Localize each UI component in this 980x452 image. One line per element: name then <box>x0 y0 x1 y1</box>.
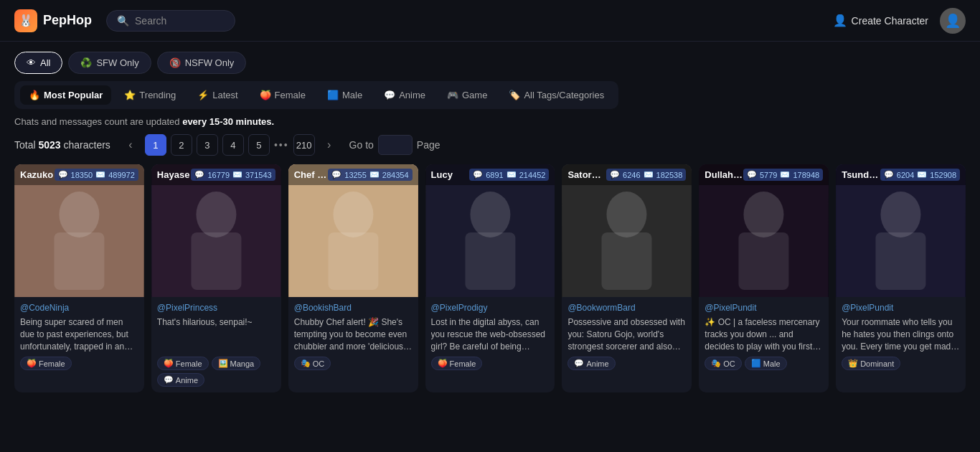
char-name: Dullahan <box>705 169 743 180</box>
cat-game[interactable]: 🎮 Game <box>438 85 496 105</box>
filter-all[interactable]: 👁 All <box>14 52 62 74</box>
page-last-button[interactable]: 210 <box>293 134 315 156</box>
next-page-button[interactable]: › <box>319 135 339 155</box>
go-to-input[interactable] <box>378 135 413 155</box>
eye-icon: 👁 <box>27 57 36 68</box>
message-icon: ✉️ <box>644 170 654 179</box>
cat-popular[interactable]: 🔥 Most Popular <box>20 85 111 105</box>
character-card-5[interactable]: Dullahan 💬 5779 ✉️ 178948 @PixelPundit ✨… <box>699 164 829 392</box>
cat-female-label: Female <box>275 90 306 100</box>
search-bar[interactable]: 🔍 Search <box>106 10 235 32</box>
svg-rect-5 <box>191 232 241 290</box>
creator-name[interactable]: @BookishBard <box>294 303 413 313</box>
message-icon: ✉️ <box>95 170 105 179</box>
message-icon: ✉️ <box>232 170 242 179</box>
stats-badge: 💬 5779 ✉️ 178948 <box>743 169 823 181</box>
card-body: @CodeNinja Being super scared of men due… <box>14 297 144 376</box>
cat-latest[interactable]: ⚡ Latest <box>189 85 246 105</box>
chat-count: 13255 <box>344 171 367 179</box>
cat-anime[interactable]: 💬 Anime <box>375 85 434 105</box>
tag-badge: 🍑 Female <box>20 357 72 370</box>
cat-male[interactable]: 🟦 Male <box>319 85 371 105</box>
cat-trending[interactable]: ⭐ Trending <box>116 85 184 105</box>
svg-point-10 <box>470 192 510 237</box>
cat-trending-label: Trending <box>139 90 176 100</box>
page-1-button[interactable]: 1 <box>145 134 166 156</box>
card-header: Dullahan 💬 5779 ✉️ 178948 <box>699 164 829 185</box>
filter-all-label: All <box>40 57 50 68</box>
content-filter-row: 👁 All ♻️ SFW Only 🔞 NSFW Only <box>14 52 966 74</box>
avatar[interactable]: 👤 <box>940 8 966 34</box>
chat-count: 5779 <box>760 171 777 179</box>
character-card-6[interactable]: Tsundere 💬 6204 ✉️ 152908 @PixelPundit Y… <box>836 164 966 392</box>
stats-badge: 💬 6891 ✉️ 214452 <box>469 169 549 181</box>
chat-icon: 💬 <box>473 170 483 179</box>
creator-name[interactable]: @CodeNinja <box>20 303 138 313</box>
char-desc: Your roommate who tells you he hates you… <box>842 316 960 352</box>
tag-label: Male <box>763 359 781 368</box>
tag-badge: 🍑 Female <box>431 357 483 370</box>
page-3-button[interactable]: 3 <box>197 134 218 156</box>
character-card-0[interactable]: Kazuko 💬 18350 ✉️ 489972 @CodeNinja Bein… <box>14 164 144 392</box>
filter-sfw-label: SFW Only <box>96 57 138 68</box>
search-label: Search <box>135 15 166 27</box>
tags-row: 🍑 Female <box>431 357 550 370</box>
char-desc: Being super scared of men due to past ex… <box>20 316 138 352</box>
info-bar: Chats and messages count are updated eve… <box>0 109 980 131</box>
create-character-button[interactable]: 👤 Create Character <box>833 14 928 27</box>
male-icon: 🟦 <box>327 90 339 100</box>
tag-badge: 💬 Anime <box>157 373 204 387</box>
chat-count: 6891 <box>486 171 503 179</box>
tag-badge: 👑 Dominant <box>842 357 900 370</box>
char-desc: Possessive and obsessed with you: Satoru… <box>567 316 686 352</box>
tag-icon: 💬 <box>574 359 584 368</box>
card-body: @PixelPundit ✨ OC | a faceless mercenary… <box>699 297 829 376</box>
tags-row: 🍑 Female <box>20 357 138 370</box>
creator-name[interactable]: @PixelPundit <box>842 303 960 313</box>
card-header: Satoru Go 💬 6246 ✉️ 182538 <box>562 164 692 185</box>
tag-label: Dominant <box>860 359 894 368</box>
filter-nsfw-label: NSFW Only <box>185 57 235 68</box>
stats-badge: 💬 6204 ✉️ 152908 <box>880 169 960 181</box>
prev-page-button[interactable]: ‹ <box>121 135 141 155</box>
svg-point-1 <box>59 192 99 237</box>
go-to-section: Go to Page <box>349 135 440 155</box>
card-header: Chef Lau 💬 13255 ✉️ 284354 <box>288 164 418 185</box>
page-5-button[interactable]: 5 <box>248 134 270 156</box>
character-card-3[interactable]: Lucy 💬 6891 ✉️ 214452 @PixelProdigy Lost… <box>425 164 555 392</box>
tag-icon: 🍑 <box>27 359 37 368</box>
tag-label: Female <box>176 359 202 368</box>
chat-icon: 💬 <box>610 170 620 179</box>
filter-nsfw[interactable]: 🔞 NSFW Only <box>157 52 247 74</box>
character-card-2[interactable]: Chef Lau 💬 13255 ✉️ 284354 @BookishBard … <box>288 164 418 392</box>
message-count: 152908 <box>930 171 956 179</box>
svg-rect-11 <box>465 232 515 290</box>
char-name: Satoru Go <box>567 169 606 180</box>
character-card-1[interactable]: Hayase 💬 16779 ✉️ 371543 @PixelPrincess … <box>151 164 281 392</box>
tag-badge: 💬 Anime <box>567 357 615 370</box>
tag-icon: 🎭 <box>711 359 721 368</box>
filter-sfw[interactable]: ♻️ SFW Only <box>68 52 151 74</box>
tag-icon: 🍑 <box>438 359 448 368</box>
chat-icon: 💬 <box>194 170 204 179</box>
creator-name[interactable]: @PixelPrincess <box>157 303 275 313</box>
logo[interactable]: 🐰 PepHop <box>14 9 92 32</box>
page-4-button[interactable]: 4 <box>222 134 244 156</box>
tag-label: Female <box>39 359 65 368</box>
message-count: 182538 <box>656 171 683 179</box>
cat-female[interactable]: 🍑 Female <box>251 85 314 105</box>
tags-row: 🎭 OC 🟦 Male <box>705 357 823 370</box>
cat-all-tags[interactable]: 🏷️ All Tags/Categories <box>500 85 613 105</box>
creator-name[interactable]: @PixelProdigy <box>431 303 550 313</box>
character-card-4[interactable]: Satoru Go 💬 6246 ✉️ 182538 @BookwormBard… <box>562 164 692 392</box>
char-name: Hayase <box>157 169 190 180</box>
creator-name[interactable]: @BookwormBard <box>567 303 686 313</box>
page-2-button[interactable]: 2 <box>171 134 192 156</box>
char-name: Kazuko <box>20 169 53 180</box>
total-count-label: Total 5023 characters <box>14 139 110 151</box>
creator-name[interactable]: @PixelPundit <box>705 303 823 313</box>
go-to-label: Go to <box>349 139 374 151</box>
svg-rect-8 <box>328 232 378 290</box>
card-body: @BookwormBard Possessive and obsessed wi… <box>562 297 692 376</box>
stats-badge: 💬 18350 ✉️ 489972 <box>55 169 138 181</box>
